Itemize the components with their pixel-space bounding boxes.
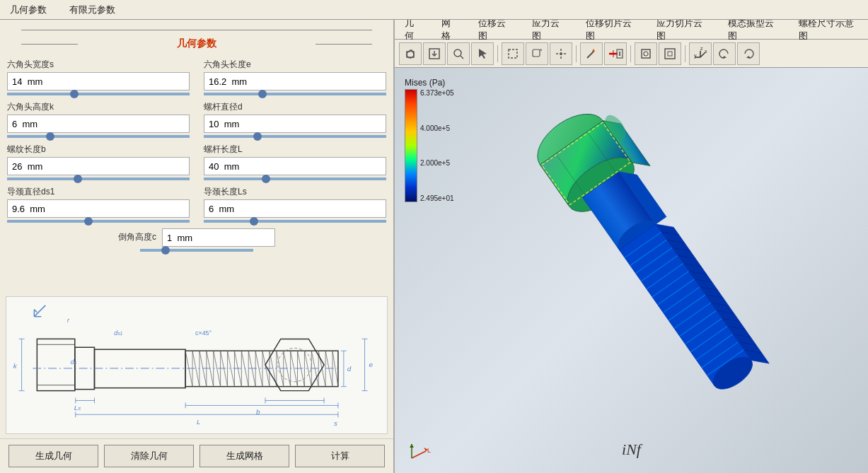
toolbar-delete-btn[interactable] <box>604 42 627 65</box>
svg-rect-109 <box>642 49 650 58</box>
label-ds1: 导颈直径ds1 <box>7 186 190 198</box>
slider-s[interactable] <box>7 93 190 95</box>
left-panel: 几何参数 六角头宽度s 六角头长度e 六角头高度k <box>0 20 395 473</box>
calculate-button[interactable]: 计算 <box>295 445 385 467</box>
svg-line-102 <box>587 52 594 58</box>
legend-labels: 6.373e+05 4.000e+5 2.000e+5 2.495e+01 <box>420 89 454 202</box>
label-Ls: 导颈长度Ls <box>204 186 386 198</box>
geo-params-section: 几何参数 六角头宽度s 六角头长度e 六角头高度k <box>0 20 393 293</box>
param-row-3: 螺纹长度b 螺杆长度L <box>7 144 386 180</box>
slider-k[interactable] <box>7 135 190 138</box>
svg-marker-119 <box>722 56 727 58</box>
menu-item-geo[interactable]: 几何参数 <box>6 2 51 18</box>
input-chamfer[interactable] <box>162 228 275 247</box>
inf-label: iNf <box>622 440 641 459</box>
toolbar-wand-btn[interactable] <box>580 42 603 65</box>
menu-item-fem[interactable]: 有限元参数 <box>65 2 120 18</box>
label-s: 六角头宽度s <box>7 59 190 71</box>
input-b[interactable] <box>7 157 190 175</box>
legend-mid2: 2.000e+5 <box>420 159 454 167</box>
toolbar-rotateccw-btn[interactable] <box>737 42 760 65</box>
label-e: 六角头长度e <box>204 59 386 71</box>
toolbar-export-btn[interactable] <box>423 42 446 65</box>
svg-text:b: b <box>256 408 260 416</box>
toolbar-sep-2 <box>576 45 577 62</box>
input-L[interactable] <box>204 157 386 175</box>
svg-rect-111 <box>665 49 675 59</box>
svg-text:ds: ds <box>71 358 77 366</box>
slider-Ls[interactable] <box>204 220 386 223</box>
svg-rect-0 <box>8 297 386 433</box>
svg-rect-112 <box>668 52 672 56</box>
label-d: 螺杆直径d <box>204 101 386 113</box>
bolt-3d-view <box>451 75 861 452</box>
input-k[interactable] <box>7 115 190 133</box>
svg-text:Ls: Ls <box>74 404 81 411</box>
slider-e[interactable] <box>204 93 386 95</box>
right-menu: 几何 网格 位移云图 应力云图 位移切片云图 应力切片云图 模态振型云图 螺栓尺… <box>395 20 868 40</box>
clear-geo-button[interactable]: 清除几何 <box>104 445 194 467</box>
legend-title: Mises (Pa) <box>405 78 445 88</box>
chamfer-row: 倒角高度c <box>7 228 386 252</box>
svg-line-93 <box>461 56 463 59</box>
slider-ds1[interactable] <box>7 220 190 223</box>
generate-geo-button[interactable]: 生成几何 <box>8 445 98 467</box>
viewport[interactable]: Mises (Pa) 6.373e+05 4.000e+5 2.000e+5 2… <box>395 68 868 473</box>
svg-text:s: s <box>334 419 337 427</box>
toolbar-rotate-btn[interactable] <box>526 42 548 65</box>
menu-bar: 几何参数 有限元参数 <box>0 0 868 20</box>
axis-indicator: L <box>405 437 433 467</box>
legend-max: 6.373e+05 <box>420 89 454 97</box>
slider-chamfer[interactable] <box>140 249 253 252</box>
svg-point-110 <box>644 52 648 56</box>
legend-min: 2.495e+01 <box>420 194 454 202</box>
chamfer-label: 倒角高度c <box>118 231 156 243</box>
section-title: 几何参数 <box>7 37 386 50</box>
input-ds1[interactable] <box>7 199 190 218</box>
slider-L[interactable] <box>204 177 386 180</box>
svg-text:y: y <box>694 53 697 59</box>
svg-marker-103 <box>592 49 595 52</box>
toolbar-rotatecw-btn[interactable] <box>713 42 736 65</box>
svg-text:e: e <box>369 361 373 368</box>
toolbar-frame-btn[interactable] <box>659 42 681 65</box>
svg-rect-96 <box>533 49 540 57</box>
slider-b[interactable] <box>7 177 190 180</box>
svg-text:z: z <box>700 47 703 51</box>
toolbar-zoomfit-btn[interactable] <box>635 42 657 65</box>
input-d[interactable] <box>204 115 386 133</box>
svg-point-92 <box>454 49 461 57</box>
svg-line-168 <box>412 451 426 458</box>
param-group-s: 六角头宽度s <box>7 59 190 95</box>
param-group-k: 六角头高度k <box>7 101 190 138</box>
toolbar-rect-btn[interactable] <box>502 42 524 65</box>
svg-marker-120 <box>746 56 751 58</box>
input-s[interactable] <box>7 72 190 90</box>
toolbar-sep-3 <box>630 45 631 62</box>
param-group-ds1: 导颈直径ds1 <box>7 186 190 223</box>
svg-text:L: L <box>427 447 431 454</box>
input-e[interactable] <box>204 72 386 90</box>
toolbar-search-btn[interactable] <box>447 42 470 65</box>
label-b: 螺纹长度b <box>7 144 190 156</box>
svg-marker-94 <box>479 49 487 59</box>
param-row-2: 六角头高度k 螺杆直径d <box>7 101 386 138</box>
param-row-4: 导颈直径ds1 导颈长度Ls <box>7 186 386 223</box>
svg-rect-95 <box>509 49 517 58</box>
toolbar-cursor-btn[interactable] <box>471 42 494 65</box>
param-group-b: 螺纹长度b <box>7 144 190 180</box>
main-content: 几何参数 六角头宽度s 六角头长度e 六角头高度k <box>0 20 868 473</box>
label-k: 六角头高度k <box>7 101 190 113</box>
toolbar-axis-btn[interactable]: x y z <box>689 42 712 65</box>
toolbar-pan-btn[interactable] <box>550 42 572 65</box>
color-legend: Mises (Pa) 6.373e+05 4.000e+5 2.000e+5 2… <box>405 78 445 202</box>
param-group-e: 六角头长度e <box>204 59 386 95</box>
param-group-Ls: 导颈长度Ls <box>204 186 386 223</box>
toolbar: x y z <box>395 40 868 68</box>
slider-d[interactable] <box>204 135 386 138</box>
svg-point-97 <box>560 52 562 55</box>
toolbar-camera-btn[interactable] <box>399 42 422 65</box>
toolbar-sep-1 <box>497 45 498 62</box>
input-Ls[interactable] <box>204 199 386 218</box>
generate-mesh-button[interactable]: 生成网格 <box>199 445 289 467</box>
